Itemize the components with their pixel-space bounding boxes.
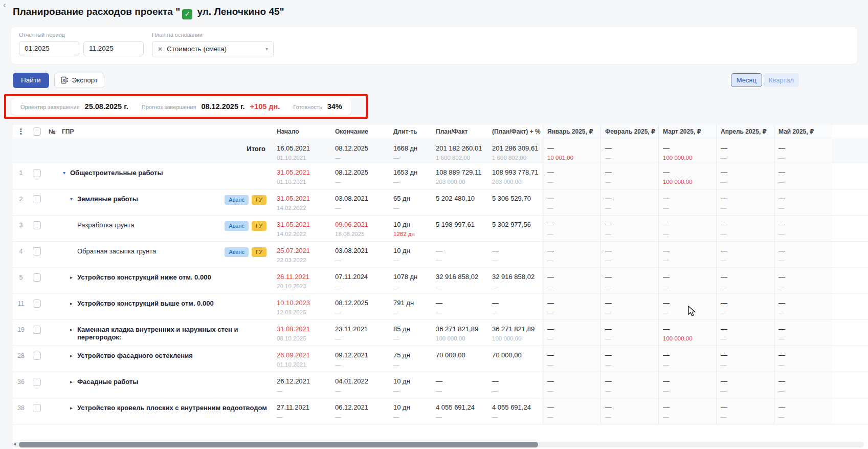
horizontal-scrollbar[interactable]: ◂ [13,442,864,447]
value-cell: —— [488,372,543,398]
value-cell: 791 дн— [389,294,432,319]
period-to-input[interactable] [83,41,144,56]
value-cell: 09.12.2021— [331,346,389,372]
month-cell: —— [716,294,774,319]
table-row: 38▸Устройство кровель плоских с внутренн… [13,398,868,424]
row-title[interactable]: Устройство фасадного остекления [77,352,193,359]
month-toggle[interactable]: Месяц [731,73,762,87]
expand-arrow-icon[interactable]: ▸ [70,378,77,386]
table-row: 3Разработка грунтаАвансГУ31.05.202114.02… [13,216,868,242]
row-index: 4 [13,242,29,267]
gpr-cell: ▸Устройство кровель плоских с внутренним… [58,398,273,424]
gpr-cell: ▸Фасадные работы [58,372,273,398]
month-cell: —— [543,372,600,398]
export-button[interactable]: X Экспорт [54,73,105,88]
value-cell: 70 000,00 [432,346,488,372]
expand-arrow-icon[interactable]: ▸ [70,326,77,333]
scrollbar-thumb[interactable] [19,442,538,447]
month-cell: —100 000,00 [658,163,716,189]
forecast-finish-label: Прогноз завершения [142,104,196,110]
row-index: 28 [13,346,29,372]
row-title[interactable]: Разработка грунта [77,221,134,229]
checkbox-cell [29,294,44,319]
expand-arrow-icon[interactable]: ▸ [70,273,77,281]
row-title[interactable]: Каменная кладка внутренних и наружных ст… [77,326,273,341]
page-title-prefix: Планирование расходов проекта " [13,6,180,17]
row-index: 19 [13,320,29,346]
month-cell: —— [774,268,832,293]
collapse-arrow-icon[interactable]: ▾ [70,195,77,203]
wbs-number-cell [44,398,58,424]
expand-arrow-icon[interactable]: ▸ [70,404,77,412]
row-title[interactable]: Фасадные работы [77,378,138,386]
value-cell: 03.08.2021— [331,242,389,267]
row-title[interactable]: Земляные работы [77,195,138,203]
month-cell: —— [658,294,716,319]
value-cell: —— [432,294,488,319]
quarter-toggle[interactable]: Квартал [764,73,799,87]
plan-basis-select[interactable]: ✕ Стоимость (смета) ▾ [152,41,274,57]
row-checkbox[interactable] [33,378,41,386]
row-checkbox[interactable] [33,169,41,177]
select-all-checkbox[interactable] [33,127,41,136]
value-cell: 36 271 821,89100 000,00 [488,320,543,346]
period-from-input[interactable] [19,41,79,56]
value-cell: 32 916 858,02— [488,268,543,293]
month-header: Май 2025, ₽ [774,125,832,139]
scroll-left-icon[interactable]: ◂ [13,441,16,446]
row-title[interactable]: Общестроительные работы [70,169,163,177]
month-cell: —— [774,372,832,398]
row-checkbox[interactable] [33,300,41,308]
month-cell: —— [543,268,600,293]
value-cell: —— [488,242,543,267]
row-checkbox[interactable] [33,404,41,412]
col-gpr: ГПР [58,125,273,139]
row-title[interactable]: Устройство конструкций ниже отм. 0.000 [77,273,211,281]
gpr-cell: Итого [58,139,273,163]
value-cell: 31.05.202101.10.2021 [273,163,331,189]
value-cell: 10 дн— [389,372,432,398]
value-cell: 08.12.2025— [331,139,389,163]
row-checkbox[interactable] [33,195,41,203]
month-header: Январь 2025, ₽ [543,125,600,139]
col-num: № [44,125,58,139]
month-cell: —— [600,139,658,163]
value-cell: 31.08.202108.10.2025 [273,320,331,346]
month-cell: —— [716,320,774,346]
expand-arrow-icon[interactable]: ▸ [70,352,77,359]
row-title[interactable]: Устройство конструкций выше отм. 0.000 [77,300,214,307]
plan-basis-value: Стоимость (смета) [167,45,227,53]
wbs-number-cell [44,346,58,372]
row-checkbox[interactable] [33,326,41,334]
row-checkbox[interactable] [33,273,41,282]
row-title[interactable]: Обратная засыпка грунта [77,247,156,255]
value-cell: 31.05.202114.02.2022 [273,189,331,215]
gpr-cell: ▾Земляные работыАвансГУ [58,189,273,215]
collapse-arrow-icon[interactable]: ▾ [63,169,70,177]
find-button[interactable]: Найти [13,73,49,88]
badge-gu: ГУ [252,221,266,231]
month-cell: —— [716,163,774,189]
month-cell: —— [716,242,774,267]
month-header: Февраль 2025, ₽ [600,125,658,139]
month-cell: —— [543,216,600,241]
sidebar-collapse-icon[interactable]: ‹ [3,0,6,10]
value-cell: —— [432,242,488,267]
wbs-number-cell [44,139,58,163]
value-cell: 85 дн— [389,320,432,346]
menu-dots-icon[interactable]: ⋮ [17,127,25,136]
month-cell: —— [600,189,658,215]
row-checkbox[interactable] [33,247,41,255]
table-row: 1▾Общестроительные работы31.05.202101.10… [13,163,868,189]
value-cell: 4 055 691,24— [432,398,488,424]
month-cell: —— [543,346,600,372]
basis-type-icon: ✕ [158,46,163,53]
value-cell: 07.11.2024— [331,268,389,293]
expand-arrow-icon[interactable]: ▸ [70,300,77,307]
row-checkbox[interactable] [33,221,41,229]
total-row: Итого16.05.202101.10.202108.12.2025—1668… [13,139,868,163]
month-cell: —— [774,189,832,215]
row-checkbox[interactable] [33,352,41,360]
month-cell: —— [600,294,658,319]
row-title[interactable]: Устройство кровель плоских с внутренним … [77,404,267,412]
